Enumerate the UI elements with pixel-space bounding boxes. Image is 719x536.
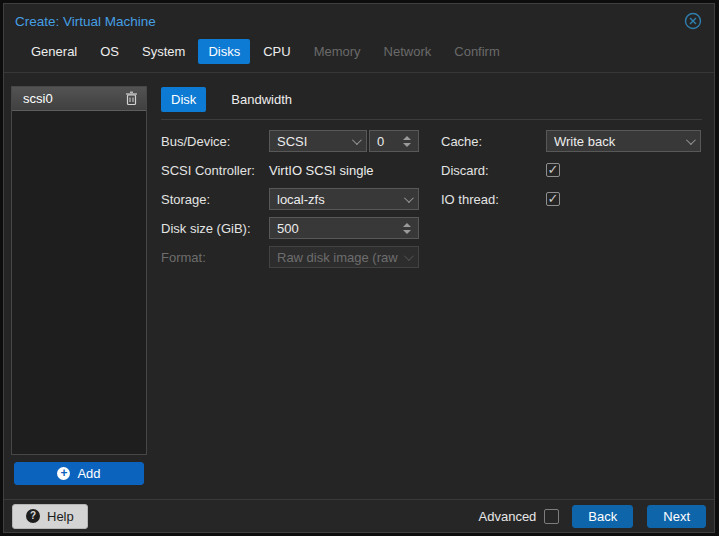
disk-size-stepper[interactable]: 500 [269, 217, 419, 239]
tab-general[interactable]: General [21, 39, 87, 64]
discard-checkbox[interactable] [546, 163, 560, 177]
chevron-down-icon [352, 135, 362, 145]
title-bar: Create: Virtual Machine [4, 4, 714, 32]
trash-icon[interactable] [125, 91, 138, 106]
back-button[interactable]: Back [572, 505, 633, 528]
disk-list-item-scsi0[interactable]: scsi0 [12, 87, 146, 111]
disk-item-label: scsi0 [23, 91, 53, 106]
spinner-arrows-icon[interactable] [397, 136, 411, 147]
storage-label: Storage: [161, 192, 269, 207]
disk-settings-content: Disk Bandwidth Bus/Device: SCSI [161, 86, 702, 485]
disk-subtab-bar: Disk Bandwidth [161, 87, 702, 120]
scsi-controller-label: SCSI Controller: [161, 163, 269, 178]
subtab-disk[interactable]: Disk [161, 87, 206, 112]
dialog-title: Create: Virtual Machine [15, 14, 156, 29]
tab-disks[interactable]: Disks [198, 39, 250, 64]
disk-size-label: Disk size (GiB): [161, 221, 269, 236]
bus-device-label: Bus/Device: [161, 134, 269, 149]
spinner-arrows-icon[interactable] [397, 223, 411, 234]
tab-cpu[interactable]: CPU [253, 39, 300, 64]
subtab-bandwidth[interactable]: Bandwidth [221, 87, 302, 112]
create-vm-dialog: Create: Virtual Machine General OS Syste… [3, 3, 715, 533]
close-icon[interactable] [684, 12, 702, 30]
chevron-down-icon [404, 251, 414, 261]
tab-confirm: Confirm [444, 39, 510, 64]
discard-label: Discard: [441, 163, 546, 178]
plus-circle-icon: + [57, 467, 70, 480]
form-row-storage-iothread: Storage: local-zfs IO thread: [161, 188, 702, 210]
add-disk-button[interactable]: + Add [14, 462, 144, 485]
storage-select[interactable]: local-zfs [269, 188, 419, 210]
io-thread-checkbox[interactable] [546, 192, 560, 206]
format-select: Raw disk image (raw [269, 246, 419, 268]
format-label: Format: [161, 250, 269, 265]
tab-os[interactable]: OS [90, 39, 129, 64]
chevron-down-icon [404, 193, 414, 203]
scsi-controller-value: VirtIO SCSI single [269, 163, 374, 178]
footer-bar: ? Help Advanced Back Next [4, 499, 714, 532]
tab-network: Network [374, 39, 442, 64]
advanced-checkbox[interactable] [544, 509, 559, 524]
advanced-label: Advanced [479, 509, 537, 524]
cache-label: Cache: [441, 134, 546, 149]
help-button[interactable]: ? Help [12, 504, 88, 529]
io-thread-label: IO thread: [441, 192, 546, 207]
help-button-label: Help [47, 509, 74, 524]
next-button[interactable]: Next [647, 505, 706, 528]
tab-system[interactable]: System [132, 39, 195, 64]
add-button-label: Add [77, 466, 100, 481]
disk-list: scsi0 [11, 86, 147, 455]
chevron-down-icon [686, 135, 696, 145]
bus-device-number-stepper[interactable]: 0 [369, 130, 419, 152]
cache-select[interactable]: Write back [546, 130, 701, 152]
form-row-controller-discard: SCSI Controller: VirtIO SCSI single Disc… [161, 159, 702, 181]
form-row-disk-size: Disk size (GiB): 500 [161, 217, 702, 239]
question-circle-icon: ? [26, 509, 40, 523]
disk-form: Bus/Device: SCSI 0 [161, 130, 702, 268]
bus-device-select[interactable]: SCSI [269, 130, 367, 152]
wizard-tab-bar: General OS System Disks CPU Memory Netwo… [4, 32, 714, 73]
main-area: scsi0 + Add [4, 73, 714, 485]
tab-memory: Memory [304, 39, 371, 64]
form-row-bus-cache: Bus/Device: SCSI 0 [161, 130, 702, 152]
form-row-format: Format: Raw disk image (raw [161, 246, 702, 268]
disk-list-column: scsi0 + Add [11, 86, 147, 485]
